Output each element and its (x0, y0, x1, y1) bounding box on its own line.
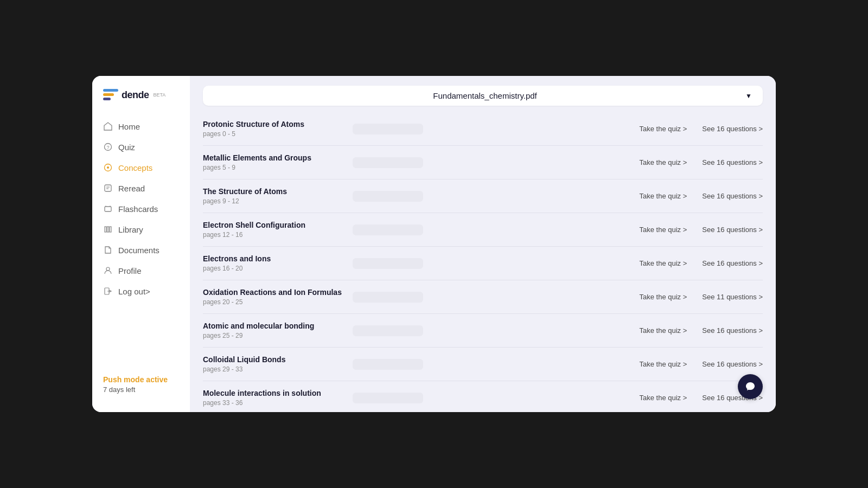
concept-info: Molecule interactions in solution pages … (203, 389, 344, 407)
svg-rect-7 (105, 185, 111, 191)
svg-rect-15 (110, 227, 111, 232)
progress-bar (353, 325, 423, 336)
sidebar-item-home-label: Home (118, 122, 140, 131)
concepts-list: Protonic Structure of Atoms pages 0 - 5 … (190, 112, 776, 412)
concept-actions: Take the quiz > See 11 questions > (640, 293, 763, 301)
take-quiz-link[interactable]: Take the quiz > (640, 192, 687, 200)
svg-point-6 (107, 166, 109, 169)
push-mode-section: Push mode active 7 days left (92, 367, 190, 401)
progress-bar (353, 124, 423, 134)
top-bar: Fundamentals_chemistry.pdf ▼ (190, 76, 776, 112)
main-content: Fundamentals_chemistry.pdf ▼ Protonic St… (190, 76, 776, 412)
sidebar-item-quiz[interactable]: ? Quiz (92, 137, 190, 157)
app-window: dende BETA Home ? Quiz (92, 76, 776, 412)
svg-rect-1 (103, 93, 114, 96)
take-quiz-link[interactable]: Take the quiz > (640, 226, 687, 234)
concept-info: The Structure of Atoms pages 9 - 12 (203, 187, 344, 205)
concept-progress (353, 157, 631, 168)
sidebar-item-documents-label: Documents (118, 246, 159, 255)
logo: dende BETA (103, 89, 179, 101)
sidebar-item-flashcards[interactable]: Flashcards (92, 198, 190, 219)
sidebar-item-profile[interactable]: Profile (92, 260, 190, 281)
sidebar-item-concepts-label: Concepts (118, 163, 152, 172)
concept-title: Atomic and molecular bonding (203, 322, 344, 330)
concept-progress (353, 258, 631, 269)
table-row: Colloidal Liquid Bonds pages 29 - 33 Tak… (203, 348, 763, 381)
take-quiz-link[interactable]: Take the quiz > (640, 394, 687, 402)
table-row: Electron Shell Configuration pages 12 - … (203, 213, 763, 247)
svg-text:?: ? (106, 145, 109, 150)
dende-logo-icon (103, 89, 118, 101)
concept-info: Electron Shell Configuration pages 12 - … (203, 221, 344, 239)
push-mode-days: 7 days left (103, 386, 179, 394)
sidebar-item-flashcards-label: Flashcards (118, 204, 158, 214)
table-row: Metallic Elements and Groups pages 5 - 9… (203, 146, 763, 179)
chat-button[interactable] (738, 374, 763, 399)
see-questions-link[interactable]: See 16 questions > (702, 226, 763, 234)
concept-progress (353, 224, 631, 235)
concept-info: Protonic Structure of Atoms pages 0 - 5 (203, 120, 344, 138)
svg-rect-13 (105, 227, 106, 232)
concept-info: Colloidal Liquid Bonds pages 29 - 33 (203, 355, 344, 373)
concept-info: Electrons and Ions pages 16 - 20 (203, 254, 344, 272)
concept-title: The Structure of Atoms (203, 187, 344, 196)
sidebar-item-logout[interactable]: Log out> (92, 281, 190, 301)
table-row: The Structure of Atoms pages 9 - 12 Take… (203, 179, 763, 213)
take-quiz-link[interactable]: Take the quiz > (640, 360, 687, 368)
see-questions-link[interactable]: See 16 questions > (702, 326, 763, 335)
see-questions-link[interactable]: See 16 questions > (702, 360, 763, 368)
take-quiz-link[interactable]: Take the quiz > (640, 158, 687, 166)
concept-title: Protonic Structure of Atoms (203, 120, 344, 129)
concept-pages: pages 16 - 20 (203, 265, 344, 272)
progress-bar (353, 258, 423, 269)
concept-actions: Take the quiz > See 16 questions > (640, 360, 763, 368)
take-quiz-link[interactable]: Take the quiz > (640, 293, 687, 301)
table-row: Molecule interactions in solution pages … (203, 381, 763, 412)
sidebar-item-reread[interactable]: Reread (92, 178, 190, 198)
sidebar-item-quiz-label: Quiz (118, 143, 135, 152)
reread-icon (103, 183, 113, 193)
logo-beta: BETA (154, 92, 166, 98)
concept-pages: pages 33 - 36 (203, 399, 344, 407)
see-questions-link[interactable]: See 16 questions > (702, 192, 763, 200)
concept-pages: pages 20 - 25 (203, 298, 344, 306)
table-row: Atomic and molecular bonding pages 25 - … (203, 314, 763, 348)
concept-actions: Take the quiz > See 16 questions > (640, 326, 763, 335)
sidebar: dende BETA Home ? Quiz (92, 76, 190, 412)
table-row: Oxidation Reactions and Ion Formulas pag… (203, 280, 763, 314)
progress-bar (353, 393, 423, 403)
concept-title: Colloidal Liquid Bonds (203, 355, 344, 364)
sidebar-item-concepts[interactable]: Concepts (92, 157, 190, 178)
sidebar-item-documents[interactable]: Documents (92, 240, 190, 260)
see-questions-link[interactable]: See 11 questions > (702, 293, 763, 301)
take-quiz-link[interactable]: Take the quiz > (640, 259, 687, 267)
flashcards-icon (103, 204, 113, 214)
see-questions-link[interactable]: See 16 questions > (702, 125, 763, 133)
home-icon (103, 121, 113, 131)
chat-icon (745, 381, 756, 392)
see-questions-link[interactable]: See 16 questions > (702, 158, 763, 166)
svg-rect-2 (103, 98, 111, 100)
take-quiz-link[interactable]: Take the quiz > (640, 125, 687, 133)
sidebar-item-home[interactable]: Home (92, 116, 190, 137)
svg-rect-14 (107, 227, 109, 232)
concept-progress (353, 393, 631, 403)
concept-pages: pages 12 - 16 (203, 231, 344, 239)
concept-pages: pages 5 - 9 (203, 164, 344, 171)
logo-area: dende BETA (92, 89, 190, 116)
concept-info: Metallic Elements and Groups pages 5 - 9 (203, 153, 344, 171)
logout-icon (103, 286, 113, 296)
concept-title: Electron Shell Configuration (203, 221, 344, 229)
concept-pages: pages 25 - 29 (203, 332, 344, 339)
sidebar-item-library-label: Library (118, 225, 143, 234)
concept-progress (353, 325, 631, 336)
sidebar-item-library[interactable]: Library (92, 219, 190, 240)
doc-selector-title: Fundamentals_chemistry.pdf (225, 91, 745, 100)
take-quiz-link[interactable]: Take the quiz > (640, 326, 687, 335)
svg-point-16 (106, 267, 110, 271)
progress-bar (353, 224, 423, 235)
concept-progress (353, 191, 631, 202)
doc-selector[interactable]: Fundamentals_chemistry.pdf ▼ (203, 86, 763, 106)
table-row: Protonic Structure of Atoms pages 0 - 5 … (203, 112, 763, 146)
see-questions-link[interactable]: See 16 questions > (702, 259, 763, 267)
